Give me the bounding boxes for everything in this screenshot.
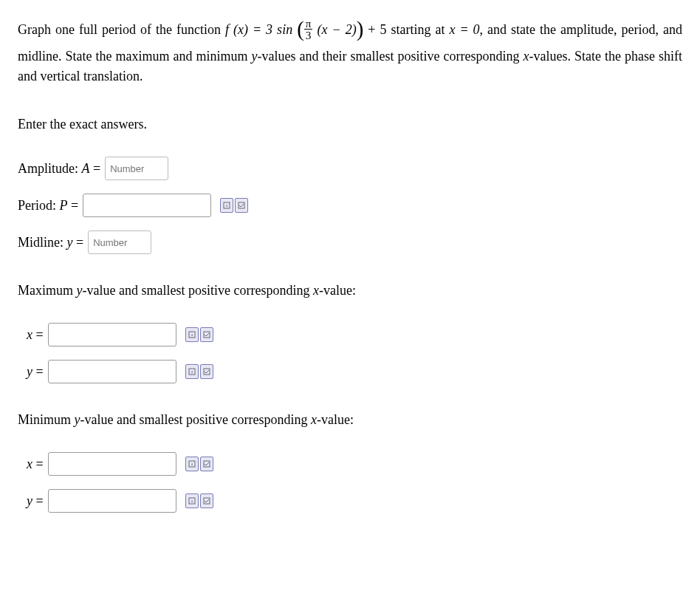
max-y-input[interactable] [48, 360, 176, 383]
q-x: x [524, 49, 529, 64]
min-y-input[interactable] [48, 489, 176, 513]
equation-preview-icon[interactable]: a [185, 364, 199, 379]
equation-editor-icon[interactable] [200, 364, 213, 379]
min-x-label: x = [27, 454, 44, 474]
q-prefix: Graph one full period of the function [18, 22, 225, 37]
min-y-tools: a [185, 493, 213, 508]
midline-label: Midline: y = [18, 233, 83, 253]
q-plus5: + 5 [363, 22, 386, 37]
min-y-label: y = [27, 491, 44, 511]
max-y-tools: a [185, 364, 213, 379]
period-tools: a [220, 198, 248, 213]
max-y-row: y = a [27, 360, 682, 383]
q-y: y [252, 49, 258, 64]
equation-preview-icon[interactable]: a [185, 493, 199, 508]
min-x-row: x = a [27, 452, 682, 476]
midline-row: Midline: y = [18, 230, 682, 254]
q-tail2: -values and their smallest positive corr… [258, 49, 524, 64]
q-mid: starting at [391, 22, 449, 37]
frac-num: π [304, 18, 313, 29]
max-x-row: x = a [27, 323, 682, 346]
equation-preview-icon[interactable]: a [185, 457, 199, 471]
amplitude-label: Amplitude: A = [18, 159, 100, 179]
question-text: Graph one full period of the function f … [18, 15, 682, 86]
min-x-tools: a [185, 457, 213, 471]
amplitude-input[interactable] [105, 157, 168, 180]
equation-preview-icon[interactable]: a [185, 327, 199, 342]
max-x-label: x = [27, 325, 44, 345]
min-y-row: y = a [27, 489, 682, 513]
max-y-label: y = [27, 362, 44, 382]
rparen: ) [357, 17, 364, 41]
equation-editor-icon[interactable] [200, 457, 213, 471]
maximum-prompt: Maximum y-value and smallest positive co… [18, 281, 682, 301]
minimum-prompt: Minimum y-value and smallest positive co… [18, 410, 682, 430]
frac-den: 3 [304, 29, 313, 41]
svg-text:a: a [191, 369, 193, 374]
equation-preview-icon[interactable]: a [220, 198, 233, 213]
equation-editor-icon[interactable] [200, 327, 213, 342]
enter-exact: Enter the exact answers. [18, 115, 682, 134]
period-input[interactable] [83, 194, 211, 217]
midline-input[interactable] [88, 230, 151, 254]
svg-text:a: a [191, 462, 193, 466]
q-start: x = 0 [449, 22, 479, 37]
amplitude-row: Amplitude: A = [18, 157, 682, 180]
period-label: Period: P = [18, 196, 78, 216]
svg-text:a: a [191, 499, 193, 503]
lparen: ( [297, 17, 304, 41]
equation-editor-icon[interactable] [235, 198, 248, 213]
period-row: Period: P = a [18, 194, 682, 217]
min-x-input[interactable] [48, 452, 176, 476]
q-func: f (x) = 3 sin [225, 22, 292, 37]
svg-text:a: a [226, 203, 228, 208]
q-inner: (x − 2) [318, 22, 357, 37]
equation-editor-icon[interactable] [200, 493, 213, 508]
q-fraction: π3 [304, 18, 313, 41]
svg-text:a: a [191, 332, 193, 337]
max-x-input[interactable] [48, 323, 176, 346]
max-x-tools: a [185, 327, 213, 342]
